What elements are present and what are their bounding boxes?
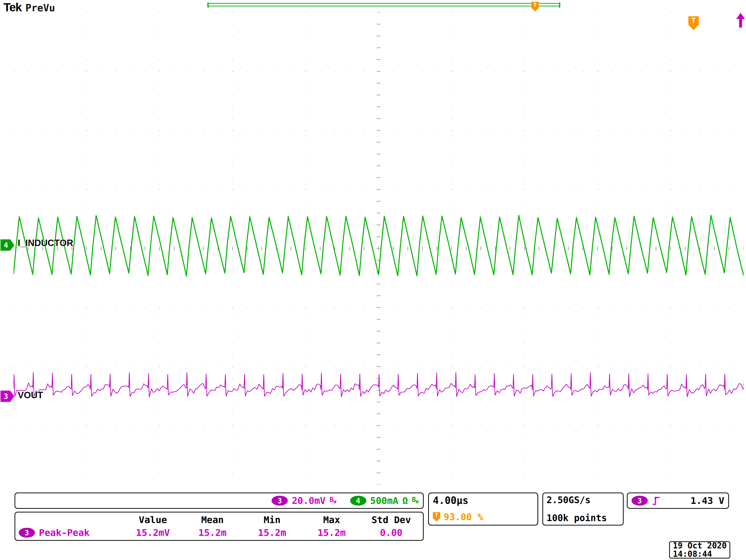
trigger-readout[interactable]: 3 1.43 V [627,493,729,509]
sample-rate: 2.50GS/s [547,495,620,505]
ch3-waveform [13,372,744,397]
meas-max: 15.2m [302,527,362,538]
meas-header-max: Max [302,514,362,525]
header: Tek PreVu [3,0,55,14]
ch4-waveform [13,215,744,276]
ch4-waveform-label: I_INDUCTOR [18,238,73,248]
ch3-waveform-label: VOUT [18,390,43,400]
timebase-scale[interactable]: 4.00µs [433,495,534,506]
record-bar-left-tick [207,2,208,8]
channel-3-marker[interactable]: 3 [0,391,14,402]
ch4-bandwidth-icon: BW [412,497,419,505]
trigger-position-flag-icon[interactable]: T [531,2,539,11]
measurement-table[interactable]: Value Mean Min Max Std Dev 3 Peak-Peak 1… [15,512,424,541]
meas-header-min: Min [242,514,302,525]
meas-min: 15.2m [242,527,302,538]
channel-3-badge[interactable]: 3 [271,496,288,506]
date-label: 19 Oct 2020 [673,541,726,550]
acquisition-readout[interactable]: 2.50GS/s 100k points [542,493,624,526]
meas-header-value: Value [123,514,183,525]
rising-edge-icon [652,495,661,506]
ch4-scale-readout[interactable]: 500mA [370,495,398,506]
channel-readouts[interactable]: 3 20.0mV BW 4 500mA Ω BW [15,493,424,509]
graticule [13,12,744,485]
record-length: 100k points [547,513,620,523]
datetime-readout: 19 Oct 2020 14:08:44 [669,541,730,559]
meas-channel-badge: 3 [19,528,35,538]
meas-value: 15.2mV [123,527,183,538]
trigger-position-percent: 93.00 % [444,511,483,522]
time-label: 14:08:44 [673,550,726,558]
meas-name: Peak-Peak [39,527,90,538]
trigger-source-badge[interactable]: 3 [632,496,648,506]
meas-stddev: 0.00 [362,527,421,538]
measurement-row-label: 3 Peak-Peak [17,527,123,538]
record-view-bar[interactable]: T [207,3,561,6]
meas-mean: 15.2m [183,527,242,538]
timebase-readout[interactable]: 4.00µs T 93.00 % [428,493,538,526]
tek-logo: Tek [3,0,22,14]
meas-header-mean: Mean [183,514,242,525]
trigger-position-icon: T [433,512,440,522]
channel-4-badge[interactable]: 4 [350,496,366,506]
record-bar-right-tick [559,2,560,8]
ch3-bandwidth-icon: BW [330,497,336,505]
trigger-level-value: 1.43 V [691,495,724,506]
channel-4-marker[interactable]: 4 [0,240,14,251]
acquisition-mode-label: PreVu [25,2,55,13]
ch4-impedance-label: Ω [402,495,408,506]
ch3-scale-readout[interactable]: 20.0mV [292,495,325,506]
meas-header-stddev: Std Dev [362,514,421,525]
